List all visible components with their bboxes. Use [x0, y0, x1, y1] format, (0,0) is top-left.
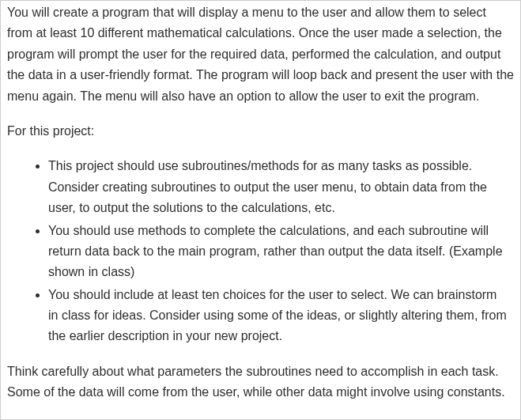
list-item: You should include at least ten choices … [48, 285, 514, 347]
intro-paragraph: You will create a program that will disp… [7, 2, 514, 107]
list-item: This project should use subroutines/meth… [48, 156, 514, 218]
for-project-label: For this project: [7, 121, 514, 142]
list-item: You should use methods to complete the c… [48, 221, 514, 283]
requirements-list: This project should use subroutines/meth… [7, 156, 514, 347]
conclusion-paragraph: Think carefully about what parameters th… [7, 361, 514, 403]
